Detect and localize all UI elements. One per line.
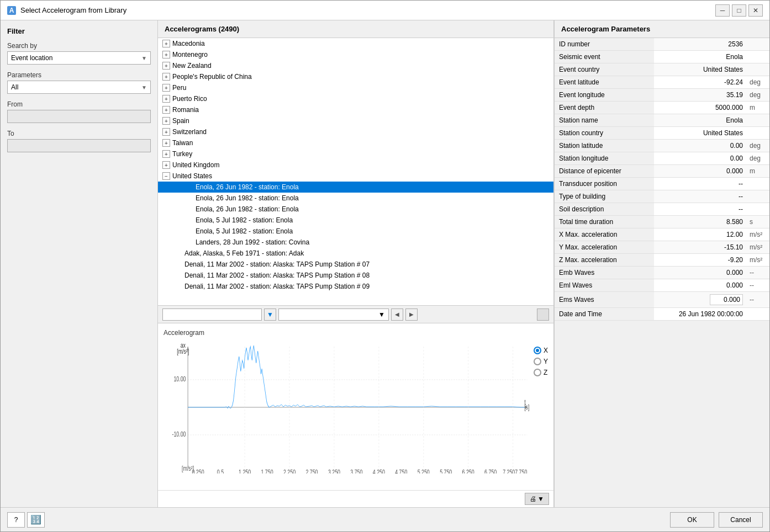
- toolbar-search-input[interactable]: [162, 308, 262, 321]
- tree-item-enola-4[interactable]: Enola, 5 Jul 1982 - station: Enola: [158, 215, 553, 226]
- param-unit: m: [747, 102, 769, 114]
- param-unit: m: [747, 165, 769, 178]
- tree-item-enola-5[interactable]: Enola, 5 Jul 1982 - station: Enola: [158, 226, 553, 237]
- tree-item-new-zealand[interactable]: + New Zealand: [158, 60, 553, 71]
- parameters-arrow-icon: ▼: [141, 84, 147, 91]
- param-label: Emb Waves: [555, 267, 654, 279]
- params-row: Station latitude0.00deg: [555, 140, 769, 152]
- calc-button[interactable]: 🔢: [27, 512, 45, 528]
- param-unit: deg: [747, 152, 769, 165]
- expand-icon[interactable]: +: [162, 161, 170, 169]
- toolbar-right-button[interactable]: [537, 308, 549, 321]
- expand-icon[interactable]: +: [162, 51, 170, 58]
- param-label: Station name: [555, 114, 654, 127]
- svg-text:4.250: 4.250: [373, 469, 385, 474]
- radio-y-circle[interactable]: [534, 358, 541, 365]
- param-value: 0.000: [654, 279, 747, 292]
- tree-item-enola-2[interactable]: Enola, 26 Jun 1982 - station: Enola: [158, 193, 553, 204]
- radio-z-circle[interactable]: [534, 369, 541, 376]
- tree-item-denali-2[interactable]: Denali, 11 Mar 2002 - station: Alaska: T…: [158, 270, 553, 281]
- svg-text:3.250: 3.250: [328, 469, 340, 474]
- tree-item-peru[interactable]: + Peru: [158, 82, 553, 93]
- tree-item-switzerland[interactable]: + Switzerland: [158, 126, 553, 137]
- expand-icon[interactable]: +: [162, 95, 170, 103]
- radio-z[interactable]: Z: [534, 369, 548, 376]
- from-input[interactable]: [7, 110, 151, 123]
- tree-item-denali-1[interactable]: Denali, 11 Mar 2002 - station: Alaska: T…: [158, 259, 553, 270]
- tree-item-taiwan[interactable]: + Taiwan: [158, 137, 553, 148]
- tree-label: United Kingdom: [172, 161, 219, 169]
- param-value: Enola: [654, 114, 747, 127]
- svg-text:1.750: 1.750: [261, 469, 273, 474]
- svg-text:2.250: 2.250: [283, 469, 296, 474]
- chart-title: Accelerogram: [164, 329, 548, 337]
- param-value: --: [654, 203, 747, 216]
- parameters-dropdown[interactable]: All ▼: [7, 81, 151, 94]
- tree-item-turkey[interactable]: + Turkey: [158, 148, 553, 159]
- params-row: Emb Waves0.000--: [555, 267, 769, 279]
- tree-item-enola-1[interactable]: Enola, 26 Jun 1982 - station: Enola: [158, 182, 553, 193]
- tree-item-united-states[interactable]: − United States: [158, 171, 553, 182]
- expand-icon: [175, 283, 182, 290]
- tree-item-spain[interactable]: + Spain: [158, 115, 553, 126]
- radio-x[interactable]: X: [534, 347, 548, 354]
- expand-icon[interactable]: +: [162, 73, 170, 81]
- toolbar-prev-button[interactable]: ◀: [391, 308, 403, 321]
- from-label: From: [7, 100, 151, 108]
- parameters-value: All: [11, 83, 18, 91]
- expand-icon[interactable]: +: [162, 139, 170, 147]
- ok-button[interactable]: OK: [670, 512, 714, 528]
- tree-label: Montenegro: [172, 51, 208, 58]
- to-input[interactable]: [7, 139, 151, 152]
- expand-icon[interactable]: +: [162, 150, 170, 158]
- tree-item-puerto-rico[interactable]: + Puerto Rico: [158, 93, 553, 104]
- expand-icon[interactable]: +: [162, 117, 170, 125]
- tree-item-denali-3[interactable]: Denali, 11 Mar 2002 - station: Alaska: T…: [158, 281, 553, 292]
- expand-icon: [186, 194, 193, 202]
- tree-label: Turkey: [172, 150, 192, 158]
- close-button[interactable]: ✕: [748, 4, 763, 17]
- minimize-button[interactable]: ─: [715, 4, 730, 17]
- bottom-right-buttons: OK Cancel: [670, 512, 763, 528]
- tree-item-enola-3[interactable]: Enola, 26 Jun 1982 - station: Enola: [158, 204, 553, 215]
- radio-y[interactable]: Y: [534, 358, 548, 365]
- expand-icon[interactable]: +: [162, 40, 170, 47]
- param-label: ID number: [555, 38, 654, 51]
- params-row: Total time duration8.580s: [555, 216, 769, 228]
- toolbar-filter-button[interactable]: ▼: [264, 308, 276, 321]
- radio-x-circle[interactable]: [534, 347, 541, 354]
- cancel-button[interactable]: Cancel: [719, 512, 763, 528]
- tree-item-macedonia[interactable]: + Macedonia: [158, 38, 553, 49]
- param-value: -92.24: [654, 76, 747, 89]
- param-unit: s: [747, 216, 769, 228]
- bottom-bar: ? 🔢 OK Cancel: [1, 507, 769, 531]
- tree-item-united-kingdom[interactable]: + United Kingdom: [158, 159, 553, 171]
- expand-icon[interactable]: −: [162, 172, 170, 180]
- help-button[interactable]: ?: [7, 512, 25, 528]
- tree-item-montenegro[interactable]: + Montenegro: [158, 49, 553, 60]
- tree-item-adak[interactable]: Adak, Alaska, 5 Feb 1971 - station: Adak: [158, 248, 553, 259]
- maximize-button[interactable]: □: [732, 4, 746, 17]
- param-label: Event longitude: [555, 89, 654, 102]
- param-value: 0.00: [654, 140, 747, 152]
- param-label: Ems Waves: [555, 292, 654, 308]
- params-row: Event latitude-92.24deg: [555, 76, 769, 89]
- expand-icon[interactable]: +: [162, 62, 170, 70]
- help-icon: ?: [14, 516, 18, 524]
- tree-container[interactable]: + Macedonia + Montenegro + New Zealand +…: [158, 38, 553, 306]
- param-unit: m/s²: [747, 228, 769, 241]
- tree-label: New Zealand: [172, 62, 212, 70]
- tree-item-landers[interactable]: Landers, 28 Jun 1992 - station: Covina: [158, 237, 553, 248]
- tree-item-romania[interactable]: + Romania: [158, 104, 553, 115]
- chart-main: ax [m/s²]: [164, 341, 529, 485]
- toolbar-next-button[interactable]: ▶: [405, 308, 418, 321]
- param-unit: deg: [747, 76, 769, 89]
- expand-icon: [175, 260, 182, 268]
- tree-item-peoples-republic[interactable]: + People's Republic of China: [158, 71, 553, 82]
- toolbar-sort-dropdown[interactable]: ▼: [278, 308, 389, 321]
- search-by-dropdown[interactable]: Event location ▼: [7, 51, 151, 65]
- expand-icon[interactable]: +: [162, 128, 170, 136]
- print-button[interactable]: 🖨 ▼: [525, 493, 549, 505]
- expand-icon[interactable]: +: [162, 106, 170, 114]
- expand-icon[interactable]: +: [162, 84, 170, 92]
